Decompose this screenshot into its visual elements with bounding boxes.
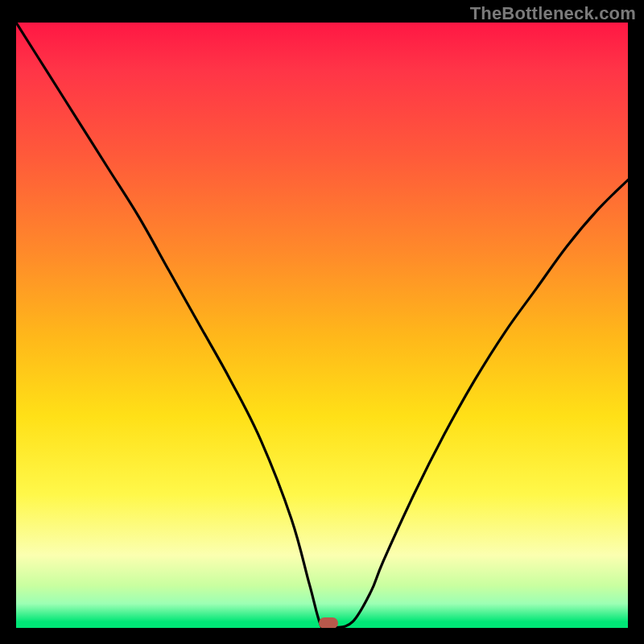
chart-frame: TheBottleneck.com xyxy=(0,0,644,644)
watermark-text: TheBottleneck.com xyxy=(470,3,636,24)
optimum-marker xyxy=(319,617,338,628)
curve-path xyxy=(16,23,628,628)
bottleneck-curve xyxy=(16,23,628,628)
plot-area xyxy=(16,23,628,628)
